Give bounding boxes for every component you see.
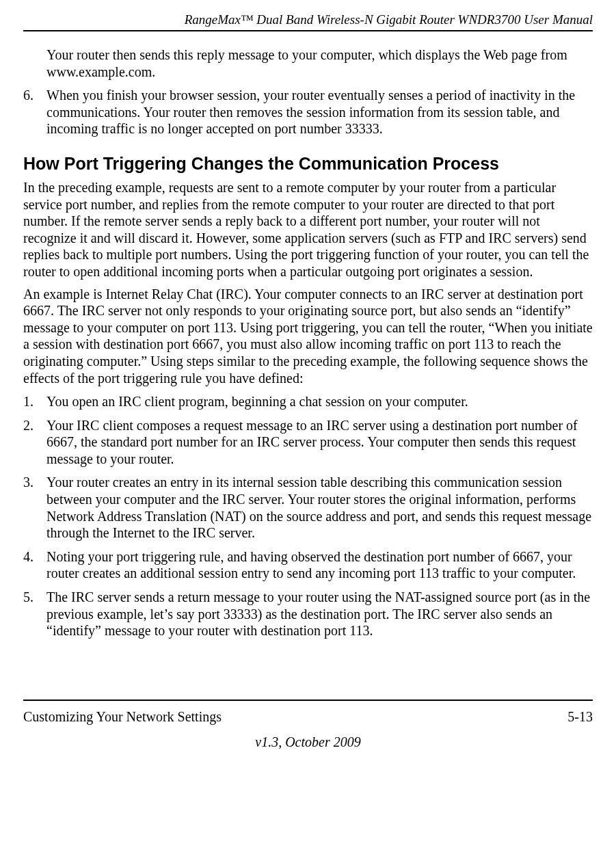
step-3: 3. Your router creates an entry in its i… <box>23 474 593 541</box>
list-body: When you finish your browser session, yo… <box>46 87 593 137</box>
paragraph-2: An example is Internet Relay Chat (IRC).… <box>23 286 593 387</box>
section-heading: How Port Triggering Changes the Communic… <box>23 154 593 174</box>
list-body: Your router creates an entry in its inte… <box>46 474 593 541</box>
step-5: 5. The IRC server sends a return message… <box>23 589 593 639</box>
running-header: RangeMax™ Dual Band Wireless-N Gigabit R… <box>23 12 593 30</box>
continuation-paragraph: Your router then sends this reply messag… <box>46 46 593 80</box>
list-number: 4. <box>23 548 46 582</box>
page-number: 5-13 <box>567 709 593 725</box>
list-item-6: 6. When you finish your browser session,… <box>23 87 593 137</box>
list-body: Your IRC client composes a request messa… <box>46 417 593 468</box>
header-rule <box>23 30 593 31</box>
paragraph-1: In the preceding example, requests are s… <box>23 179 593 280</box>
footer-rule <box>23 700 593 701</box>
step-1: 1. You open an IRC client program, begin… <box>23 393 593 410</box>
list-number: 5. <box>23 589 46 639</box>
footer-line: Customizing Your Network Settings 5-13 <box>23 709 593 725</box>
page: RangeMax™ Dual Band Wireless-N Gigabit R… <box>0 0 616 852</box>
step-2: 2. Your IRC client composes a request me… <box>23 417 593 468</box>
list-body: The IRC server sends a return message to… <box>46 589 593 639</box>
footer-left: Customizing Your Network Settings <box>23 709 222 725</box>
step-4: 4. Noting your port triggering rule, and… <box>23 548 593 582</box>
list-body: You open an IRC client program, beginnin… <box>46 393 593 410</box>
list-number: 1. <box>23 393 46 410</box>
list-number: 6. <box>23 87 46 137</box>
list-number: 3. <box>23 474 46 541</box>
footer-version: v1.3, October 2009 <box>23 734 593 750</box>
list-number: 2. <box>23 417 46 468</box>
list-body: Noting your port triggering rule, and ha… <box>46 548 593 582</box>
